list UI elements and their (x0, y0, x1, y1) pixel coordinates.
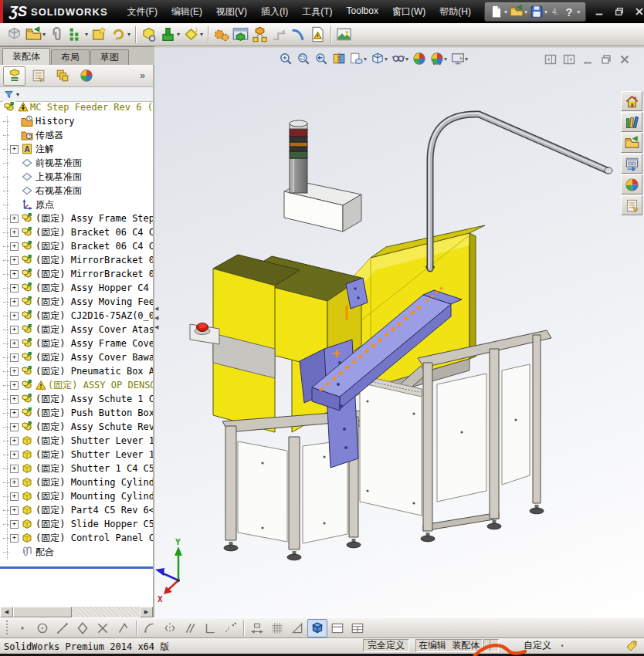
tree-expander[interactable]: + (10, 242, 19, 251)
edit-appearance-button[interactable] (412, 51, 427, 66)
smart-fasteners-button[interactable] (90, 25, 109, 44)
split-horizontal-button[interactable] (327, 620, 347, 637)
tree-expander[interactable]: + (10, 381, 19, 390)
scroll-left-button[interactable]: ◀ (0, 607, 13, 617)
insert-component-button[interactable] (5, 25, 24, 44)
scroll-thumb[interactable] (13, 607, 72, 617)
solidworks-resources-tab[interactable] (621, 91, 642, 111)
tree-horizontal-scrollbar[interactable]: ◀ ▶ (0, 607, 153, 617)
tree-item[interactable]: 配合 (0, 545, 153, 559)
tree-item[interactable]: +(固定) Bracket 06 C4 C5 Rev (0, 225, 153, 239)
mirror-entities-button[interactable] (160, 620, 180, 637)
shaded-with-edges-button[interactable] (307, 619, 327, 637)
tree-item-root[interactable]: MC Step Feeder Rev 6 (默认 (0, 100, 153, 114)
tree-expander[interactable]: + (10, 465, 19, 473)
tree-item[interactable]: +(固定) Slide Hopper C5 Rev (0, 517, 153, 531)
tab-装配体[interactable]: 装配体 (2, 48, 50, 65)
save-button[interactable]: ▾ (530, 5, 548, 19)
smart-dimension-button[interactable] (247, 620, 267, 637)
tree-item[interactable]: +(固定) Shutter 1 C4 C5 Rev (0, 462, 153, 475)
tree-item[interactable]: 右视基准面 (0, 184, 153, 198)
split-left-button[interactable] (544, 53, 557, 66)
explode-line-sketch-button[interactable] (269, 25, 289, 44)
tree-item[interactable]: +(固定) Bracket 06 C4 C5 Rev (0, 239, 153, 253)
reference-geometry-button[interactable]: ▾ (181, 25, 205, 44)
tab-布局[interactable]: 布局 (51, 49, 90, 65)
tree-item[interactable]: +(固定) Assy Schute 1 C4 Re (0, 392, 153, 406)
filter-funnel-icon[interactable] (4, 90, 14, 100)
dropdown-caret-icon[interactable]: ▾ (444, 56, 447, 63)
show-hidden-components-button[interactable] (139, 25, 158, 44)
perpendicular-relation-button[interactable] (200, 620, 220, 637)
dropdown-caret-icon[interactable]: ▾ (504, 8, 507, 15)
section-view-button[interactable] (331, 51, 347, 66)
tree-item[interactable]: +(固定) Mounting Cylinder 2 (0, 475, 153, 489)
mate-button[interactable] (47, 25, 66, 44)
tree-item[interactable]: +(固定) CJ2D16-75AZ(0_0_0) (0, 309, 153, 323)
tree-item[interactable]: +(固定) ASSY OP DENSO Rev (0, 378, 153, 392)
tree-item[interactable]: +(固定) Assy Frame Cover Ba (0, 336, 153, 350)
zoom-to-area-button[interactable] (296, 51, 311, 66)
tree-expander[interactable]: + (10, 367, 19, 376)
display-style-button[interactable]: ▾ (370, 51, 388, 66)
tree-item[interactable]: +(固定) Assy Schute Rev 6<1 (0, 420, 153, 434)
tree-item[interactable]: +(固定) MirrorBracket 061 ( (0, 267, 153, 281)
menu-w[interactable]: 窗口(W) (385, 2, 432, 22)
scroll-right-button[interactable]: ▶ (140, 607, 153, 617)
tree-expander[interactable]: + (10, 228, 19, 237)
curve-button[interactable] (289, 25, 308, 44)
tree-item[interactable]: +(固定) Push Button Box Rev (0, 406, 153, 420)
custom-properties-tab[interactable] (621, 195, 642, 215)
tree-expander[interactable]: + (10, 215, 19, 223)
dropdown-caret-icon[interactable]: ▾ (405, 56, 408, 63)
tree-expander[interactable]: + (10, 423, 19, 431)
take-snapshot-button[interactable] (334, 25, 354, 44)
tangent-arc-button[interactable] (140, 620, 160, 637)
tree-item[interactable]: +(固定) Control Panel C4 C5 (0, 531, 153, 545)
doc-minimize-button[interactable] (581, 53, 594, 66)
menu-t[interactable]: 工具(T) (295, 2, 339, 22)
tree-expander[interactable]: + (10, 520, 19, 529)
polygon-button[interactable] (73, 620, 93, 637)
tree-item[interactable]: 原点 (0, 198, 153, 211)
grid-snap-button[interactable] (267, 620, 287, 637)
displaymanager-tab[interactable] (75, 66, 97, 86)
tree-expander[interactable]: + (10, 409, 19, 418)
status-custom-caret-icon[interactable]: ▴ (561, 642, 564, 648)
graphics-viewport[interactable]: Y Z X ▾▾▾▾▾ ◀◀◀ (154, 48, 644, 617)
tab-草图[interactable]: 草图 (90, 49, 129, 65)
tree-expander[interactable]: + (10, 145, 19, 154)
tree-expander[interactable]: + (10, 492, 19, 501)
dropdown-caret-icon[interactable]: ▾ (42, 31, 46, 38)
tree-item[interactable]: 前视基准面 (0, 156, 153, 170)
dropdown-caret-icon[interactable]: ▾ (577, 8, 580, 15)
dropdown-caret-icon[interactable]: ▾ (524, 8, 527, 15)
tree-expander[interactable]: + (10, 534, 19, 543)
tree-expander[interactable]: + (10, 256, 19, 265)
tree-item[interactable]: 上视基准面 (0, 170, 153, 184)
tree-item[interactable]: +(固定) Part4 C5 Rev 6<1> (0, 503, 153, 517)
tree-expander[interactable]: + (10, 270, 19, 279)
dropdown-caret-icon[interactable]: ▾ (465, 56, 468, 63)
dropdown-caret-icon[interactable]: ▾ (177, 31, 180, 38)
doc-restore-button[interactable] (600, 53, 612, 66)
tree-item[interactable]: +(固定) Assy Frame Step Feeder (0, 211, 153, 225)
tree-item[interactable]: +(固定) Shutter Lever 1 C4 (0, 434, 153, 448)
tree-expander[interactable]: + (10, 284, 19, 292)
preview-window-button[interactable] (231, 25, 250, 44)
panel-splitter[interactable] (0, 566, 153, 569)
close-button[interactable] (634, 6, 644, 17)
tree-item[interactable]: +(固定) Shutter Lever 1 C4 (0, 448, 153, 462)
circle-button[interactable] (32, 620, 53, 637)
measure-button[interactable] (287, 620, 307, 637)
line-button[interactable] (53, 620, 73, 637)
extend-entities-button[interactable] (113, 620, 133, 637)
split-table-button[interactable] (347, 620, 368, 637)
exploded-view-button[interactable] (250, 25, 269, 44)
linear-component-pattern-button[interactable]: ▾ (66, 25, 90, 44)
appearances-tab[interactable] (621, 174, 642, 194)
trim-entities-button[interactable] (93, 620, 113, 637)
apply-scene-button[interactable]: ▾ (429, 51, 448, 66)
dropdown-caret-icon[interactable]: ▾ (200, 31, 203, 38)
help-question-button[interactable]: ?▾ (562, 5, 581, 19)
